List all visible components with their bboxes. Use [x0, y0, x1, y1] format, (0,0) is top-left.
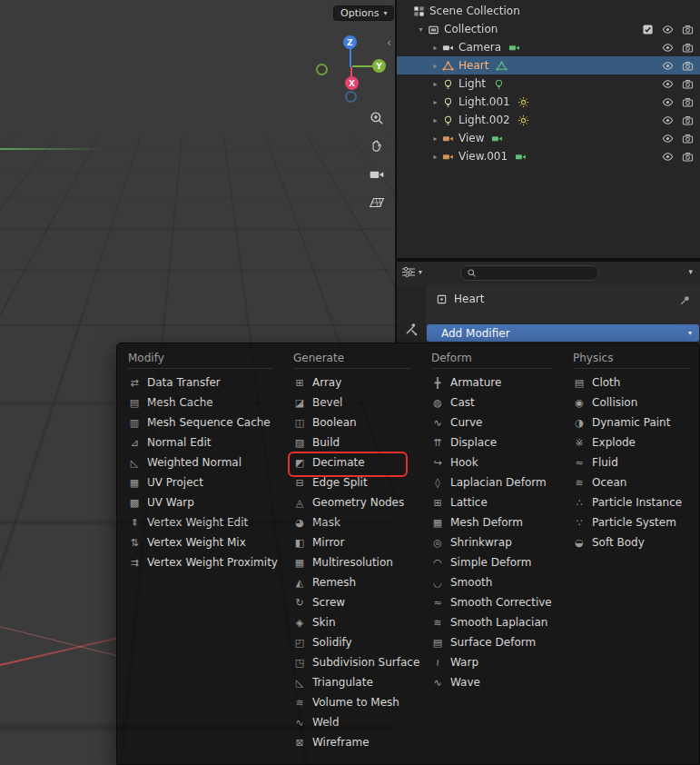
- chevron-down-icon[interactable]: ▾: [688, 267, 693, 276]
- eye-icon[interactable]: [661, 132, 675, 144]
- camera-icon[interactable]: [681, 132, 695, 144]
- search-input[interactable]: [480, 267, 593, 279]
- menu-item-geometry-nodes[interactable]: ◬Geometry Nodes: [293, 492, 420, 512]
- camera-icon[interactable]: [681, 114, 695, 126]
- menu-item-bevel[interactable]: ◪Bevel: [293, 392, 420, 412]
- menu-item-mesh-cache[interactable]: ▤Mesh Cache: [128, 392, 282, 412]
- menu-item-decimate[interactable]: ◩Decimate: [293, 452, 420, 472]
- menu-item-ocean[interactable]: ≋Ocean: [573, 472, 699, 492]
- eye-icon[interactable]: [661, 114, 675, 126]
- menu-item-warp[interactable]: ≀Warp: [431, 652, 562, 672]
- zoom-icon[interactable]: [367, 108, 386, 127]
- menu-item-surface-deform[interactable]: ▤Surface Deform: [431, 632, 562, 652]
- menu-item-explode[interactable]: ※Explode: [573, 432, 699, 452]
- menu-item-mirror[interactable]: ◧Mirror: [293, 532, 420, 552]
- menu-item-fluid[interactable]: ≈Fluid: [573, 452, 699, 472]
- outliner-row[interactable]: ▸Light.001: [397, 93, 700, 111]
- eye-icon[interactable]: [661, 95, 675, 108]
- menu-item-skin[interactable]: ◈Skin: [293, 612, 420, 632]
- disclosure-right-icon[interactable]: ▸: [429, 80, 441, 88]
- outliner-row[interactable]: ▾Collection: [397, 20, 700, 38]
- tool-tab-icon[interactable]: [404, 322, 419, 336]
- camera-view-icon[interactable]: [367, 164, 386, 184]
- disclosure-right-icon[interactable]: ▸: [429, 98, 441, 106]
- menu-item-subdivision-surface[interactable]: ◳Subdivision Surface: [293, 652, 420, 672]
- menu-item-displace[interactable]: ⇈Displace: [431, 432, 562, 452]
- pan-hand-icon[interactable]: [367, 136, 386, 155]
- menu-item-array[interactable]: ⊞Array: [293, 373, 420, 392]
- camera-icon[interactable]: [681, 95, 695, 108]
- disclosure-down-icon[interactable]: ▾: [415, 25, 427, 34]
- menu-item-volume-to-mesh[interactable]: ≋Volume to Mesh: [293, 692, 420, 712]
- gizmo-y-axis[interactable]: Y: [372, 59, 386, 73]
- menu-item-cast[interactable]: ◍Cast: [431, 392, 562, 412]
- outliner-row[interactable]: ▸Camera: [397, 38, 700, 56]
- outliner-row[interactable]: ▸Light.002: [397, 111, 700, 129]
- menu-item-shrinkwrap[interactable]: ◎Shrinkwrap: [431, 532, 562, 552]
- menu-item-build[interactable]: ▨Build: [293, 432, 420, 452]
- gizmo-neg-z-axis[interactable]: [345, 91, 357, 103]
- camera-icon[interactable]: [681, 59, 695, 72]
- menu-item-mask[interactable]: ◕Mask: [293, 512, 420, 532]
- menu-item-hook[interactable]: ↪Hook: [431, 452, 562, 472]
- menu-item-weld[interactable]: ∿Weld: [293, 712, 420, 732]
- menu-item-solidify[interactable]: ◰Solidify: [293, 632, 420, 652]
- menu-item-uv-project[interactable]: ▦UV Project: [128, 472, 282, 492]
- outliner-row[interactable]: ▸Light: [397, 75, 700, 93]
- eye-icon[interactable]: [661, 77, 675, 90]
- eye-icon[interactable]: [661, 23, 675, 35]
- menu-item-vertex-weight-mix[interactable]: ⇅Vertex Weight Mix: [128, 532, 282, 552]
- disclosure-right-icon[interactable]: ▸: [429, 44, 441, 52]
- menu-item-screw[interactable]: ↻Screw: [293, 592, 420, 612]
- menu-item-curve[interactable]: ∿Curve: [431, 412, 562, 432]
- editor-type-dropdown[interactable]: ▾: [401, 265, 422, 279]
- menu-item-laplacian-deform[interactable]: ◊Laplacian Deform: [431, 472, 562, 492]
- disclosure-right-icon[interactable]: ▸: [429, 134, 441, 143]
- gizmo-x-axis[interactable]: X: [345, 76, 359, 90]
- gizmo-z-axis[interactable]: Z: [343, 35, 357, 49]
- navigation-gizmo[interactable]: Z Y X: [309, 33, 395, 105]
- menu-item-collision[interactable]: ◉Collision: [573, 392, 699, 412]
- menu-item-triangulate[interactable]: ◺Triangulate: [293, 672, 420, 692]
- menu-item-simple-deform[interactable]: ◠Simple Deform: [431, 552, 562, 572]
- menu-item-remesh[interactable]: ◭Remesh: [293, 572, 420, 592]
- menu-item-particle-system[interactable]: ∵Particle System: [573, 512, 699, 532]
- menu-item-vertex-weight-edit[interactable]: ⇞Vertex Weight Edit: [128, 512, 282, 532]
- search-field[interactable]: [460, 265, 599, 281]
- menu-item-edge-split[interactable]: ⊟Edge Split: [293, 472, 420, 492]
- menu-item-mesh-deform[interactable]: ▦Mesh Deform: [431, 512, 562, 532]
- menu-item-particle-instance[interactable]: ∴Particle Instance: [573, 492, 699, 512]
- menu-item-weighted-normal[interactable]: ◺Weighted Normal: [128, 452, 282, 472]
- menu-item-wireframe[interactable]: ⊠Wireframe: [293, 732, 420, 752]
- menu-item-data-transfer[interactable]: ⇄Data Transfer: [128, 373, 282, 392]
- menu-item-boolean[interactable]: ◫Boolean: [293, 412, 420, 432]
- camera-icon[interactable]: [681, 41, 695, 54]
- options-button[interactable]: Options ▾: [333, 5, 394, 21]
- menu-item-normal-edit[interactable]: ⊿Normal Edit: [128, 432, 282, 452]
- menu-item-wave[interactable]: ∿Wave: [431, 672, 562, 692]
- menu-item-vertex-weight-proximity[interactable]: ⇉Vertex Weight Proximity: [128, 552, 282, 572]
- exclude-checkbox-icon[interactable]: [641, 23, 655, 35]
- menu-item-smooth[interactable]: ◡Smooth: [431, 572, 562, 592]
- menu-item-soft-body[interactable]: ◒Soft Body: [573, 532, 699, 552]
- menu-item-smooth-laplacian[interactable]: ≋Smooth Laplacian: [431, 612, 562, 632]
- eye-icon[interactable]: [661, 59, 675, 72]
- eye-icon[interactable]: [661, 150, 675, 163]
- disclosure-right-icon[interactable]: ▸: [429, 62, 441, 70]
- menu-item-dynamic-paint[interactable]: ◑Dynamic Paint: [573, 412, 699, 432]
- disclosure-right-icon[interactable]: ▸: [429, 153, 441, 161]
- menu-item-lattice[interactable]: ⊞Lattice: [431, 492, 562, 512]
- menu-item-multiresolution[interactable]: ▦Multiresolution: [293, 552, 420, 572]
- camera-icon[interactable]: [681, 23, 695, 35]
- menu-item-mesh-sequence-cache[interactable]: ▥Mesh Sequence Cache: [128, 412, 282, 432]
- menu-item-uv-warp[interactable]: ▩UV Warp: [128, 492, 282, 512]
- grid-ortho-icon[interactable]: [367, 193, 386, 212]
- menu-item-cloth[interactable]: ▤Cloth: [573, 373, 699, 392]
- pin-icon[interactable]: [679, 294, 691, 306]
- disclosure-right-icon[interactable]: ▸: [429, 116, 441, 124]
- outliner-row[interactable]: Scene Collection: [397, 2, 700, 20]
- camera-icon[interactable]: [681, 150, 695, 163]
- gizmo-neg-y-axis[interactable]: [316, 64, 328, 75]
- eye-icon[interactable]: [661, 41, 675, 54]
- camera-icon[interactable]: [681, 77, 695, 90]
